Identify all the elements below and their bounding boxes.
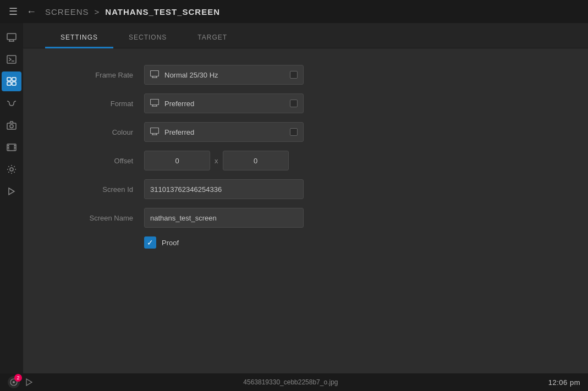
screen-id-row: Screen Id bbox=[67, 179, 544, 199]
notification-badge[interactable]: 2 bbox=[8, 376, 20, 388]
format-checkbox[interactable] bbox=[290, 100, 298, 107]
screen-name-control bbox=[144, 208, 304, 228]
frame-rate-checkbox[interactable] bbox=[290, 71, 298, 79]
svg-rect-8 bbox=[7, 82, 11, 85]
frame-rate-value: Normal 25/30 Hz bbox=[164, 71, 218, 79]
sidebar-item-settings[interactable] bbox=[2, 159, 21, 179]
screen-id-label: Screen Id bbox=[67, 185, 133, 194]
tab-settings[interactable]: SETTINGS bbox=[45, 28, 113, 48]
offset-label: Offset bbox=[67, 157, 133, 165]
badge-count: 2 bbox=[14, 374, 22, 382]
tabs: SETTINGS SECTIONS TARGET bbox=[23, 23, 588, 48]
screen-name-row: Screen Name bbox=[67, 208, 544, 228]
top-bar: ☰ ← SCREENS > NATHANS_TEST_SCREEN bbox=[0, 0, 588, 23]
tab-target[interactable]: TARGET bbox=[182, 28, 243, 48]
svg-rect-18 bbox=[14, 147, 15, 148]
proof-row: ✓ Proof bbox=[144, 236, 544, 249]
sidebar-item-monitor[interactable] bbox=[2, 27, 21, 47]
sidebar-item-screens[interactable] bbox=[2, 71, 21, 91]
format-dropdown[interactable]: Preferred bbox=[144, 93, 304, 113]
offset-y-input[interactable] bbox=[223, 151, 289, 170]
svg-rect-7 bbox=[12, 78, 16, 81]
frame-rate-dropdown[interactable]: Normal 25/30 Hz bbox=[144, 65, 304, 85]
screen-name-label: Screen Name bbox=[67, 214, 133, 222]
screen-id-control bbox=[144, 179, 304, 199]
sidebar-item-flow[interactable] bbox=[2, 93, 21, 113]
svg-marker-20 bbox=[9, 188, 14, 195]
breadcrumb: SCREENS > NATHANS_TEST_SCREEN bbox=[45, 7, 220, 16]
colour-icon bbox=[150, 128, 159, 137]
colour-checkbox[interactable] bbox=[290, 128, 298, 136]
svg-rect-17 bbox=[14, 145, 15, 146]
sidebar-item-film[interactable] bbox=[2, 137, 21, 157]
play-icon[interactable] bbox=[25, 378, 33, 386]
colour-row: Colour Prefer bbox=[67, 122, 544, 142]
format-row: Format Prefer bbox=[67, 93, 544, 113]
sidebar-item-play[interactable] bbox=[2, 181, 21, 201]
tab-sections[interactable]: SECTIONS bbox=[113, 28, 182, 48]
settings-content: Frame Rate No bbox=[23, 48, 588, 373]
colour-dropdown[interactable]: Preferred bbox=[144, 122, 304, 142]
svg-rect-21 bbox=[151, 70, 159, 76]
format-icon bbox=[150, 99, 159, 108]
main-layout: SETTINGS SECTIONS TARGET Frame Rate bbox=[0, 23, 588, 373]
colour-value: Preferred bbox=[164, 128, 194, 136]
bottom-bar-left: 2 bbox=[8, 376, 33, 388]
bottom-bar-filename: 4563819330_cebb2258b7_o.jpg bbox=[243, 378, 338, 386]
offset-control: x bbox=[144, 151, 304, 170]
svg-rect-16 bbox=[8, 147, 9, 148]
colour-control: Preferred bbox=[144, 122, 304, 142]
screen-id-input[interactable] bbox=[144, 179, 304, 199]
offset-inputs: x bbox=[144, 151, 304, 170]
svg-point-34 bbox=[13, 381, 15, 383]
breadcrumb-current: NATHANS_TEST_SCREEN bbox=[105, 7, 220, 16]
menu-icon[interactable]: ☰ bbox=[9, 5, 18, 18]
offset-separator: x bbox=[215, 157, 218, 165]
frame-rate-icon bbox=[150, 70, 159, 80]
content-area: SETTINGS SECTIONS TARGET Frame Rate bbox=[23, 23, 588, 373]
svg-rect-29 bbox=[151, 128, 159, 133]
format-control: Preferred bbox=[144, 93, 304, 113]
svg-point-11 bbox=[10, 125, 13, 128]
svg-rect-15 bbox=[8, 145, 9, 146]
svg-rect-6 bbox=[7, 78, 11, 81]
frame-rate-control: Normal 25/30 Hz bbox=[144, 65, 304, 85]
sidebar-item-terminal[interactable] bbox=[2, 49, 21, 69]
offset-row: Offset x bbox=[67, 151, 544, 170]
format-value: Preferred bbox=[164, 100, 194, 108]
svg-marker-35 bbox=[26, 379, 32, 386]
sidebar-item-camera[interactable] bbox=[2, 115, 21, 135]
colour-label: Colour bbox=[67, 128, 133, 136]
svg-point-19 bbox=[10, 168, 13, 171]
proof-label: Proof bbox=[162, 239, 179, 247]
screen-name-input[interactable] bbox=[144, 208, 304, 228]
svg-rect-0 bbox=[7, 34, 16, 40]
bottom-bar-time: 12:06 pm bbox=[548, 378, 580, 387]
frame-rate-row: Frame Rate No bbox=[67, 65, 544, 85]
svg-rect-10 bbox=[7, 123, 16, 129]
svg-rect-9 bbox=[12, 82, 16, 85]
back-button[interactable]: ← bbox=[26, 6, 36, 18]
bottom-bar: 2 4563819330_cebb2258b7_o.jpg 12:06 pm bbox=[0, 373, 588, 391]
breadcrumb-screens[interactable]: SCREENS bbox=[45, 7, 89, 16]
offset-x-input[interactable] bbox=[144, 151, 210, 170]
proof-check-icon: ✓ bbox=[147, 238, 153, 247]
proof-checkbox[interactable]: ✓ bbox=[144, 236, 156, 249]
svg-rect-25 bbox=[151, 99, 159, 104]
breadcrumb-arrow: > bbox=[95, 7, 100, 16]
sidebar bbox=[0, 23, 23, 373]
frame-rate-label: Frame Rate bbox=[67, 71, 133, 79]
format-label: Format bbox=[67, 100, 133, 108]
